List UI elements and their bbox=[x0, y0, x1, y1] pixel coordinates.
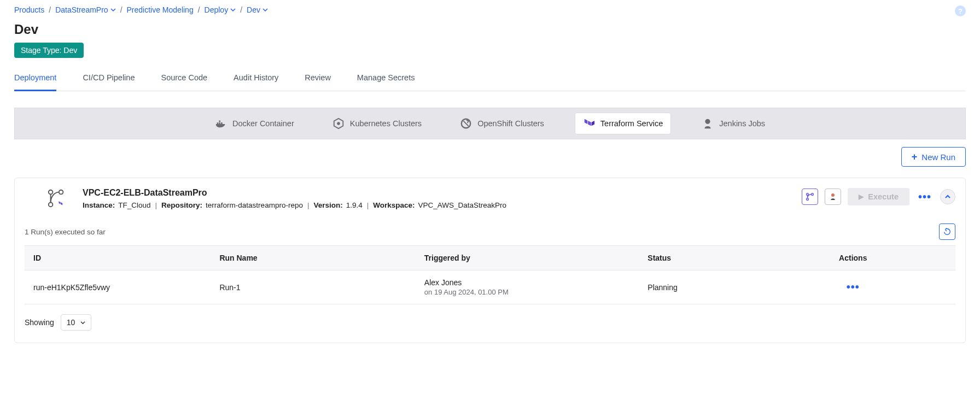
cell-status: Planning bbox=[639, 270, 750, 304]
service-title: VPC-EC2-ELB-DataStreamPro bbox=[83, 188, 506, 198]
svg-rect-3 bbox=[219, 121, 220, 122]
col-id: ID bbox=[25, 246, 211, 270]
runs-table: ID Run Name Triggered by Status Actions … bbox=[25, 245, 955, 304]
page-title: Dev bbox=[14, 22, 966, 37]
openshift-icon bbox=[460, 117, 472, 130]
chevron-down-icon bbox=[110, 7, 116, 13]
svg-point-12 bbox=[807, 198, 809, 201]
breadcrumb-predictive[interactable]: Predictive Modeling bbox=[127, 5, 194, 14]
tab-source[interactable]: Source Code bbox=[161, 68, 207, 91]
execute-button[interactable]: ▶ Execute bbox=[848, 188, 909, 205]
svg-point-13 bbox=[812, 193, 814, 196]
refresh-icon bbox=[943, 227, 952, 236]
svg-point-5 bbox=[337, 122, 340, 125]
col-name: Run Name bbox=[211, 246, 415, 270]
play-icon: ▶ bbox=[859, 193, 864, 201]
subtab-k8s-label: Kubernetes Clusters bbox=[350, 119, 422, 128]
breadcrumb-dev-label: Dev bbox=[247, 5, 260, 14]
svg-point-8 bbox=[49, 190, 53, 195]
refresh-button[interactable] bbox=[939, 223, 955, 240]
subtab-terraform-label: Terraform Service bbox=[600, 119, 663, 128]
service-meta: Instance: TF_Cloud | Repository: terrafo… bbox=[83, 201, 506, 209]
branch-chip-button[interactable] bbox=[802, 189, 818, 205]
triggered-by: Alex Jones bbox=[424, 278, 630, 287]
breadcrumb-sep: / bbox=[49, 5, 51, 14]
col-actions: Actions bbox=[751, 246, 955, 270]
subtab-k8s[interactable]: Kubernetes Clusters bbox=[325, 113, 429, 134]
chevron-down-icon bbox=[262, 7, 268, 13]
svg-point-11 bbox=[807, 193, 809, 196]
new-run-label: New Run bbox=[921, 152, 955, 162]
page-size-value: 10 bbox=[67, 318, 75, 327]
tab-secrets[interactable]: Manage Secrets bbox=[357, 68, 415, 91]
help-icon[interactable]: ? bbox=[955, 5, 966, 16]
cell-name: Run-1 bbox=[211, 270, 415, 304]
breadcrumb-sep: / bbox=[198, 5, 200, 14]
breadcrumb-deploy-label: Deploy bbox=[205, 5, 229, 14]
plus-icon: + bbox=[912, 152, 918, 162]
jenkins-icon bbox=[702, 117, 714, 130]
triggered-on: on 19 Aug 2024, 01.00 PM bbox=[424, 288, 630, 296]
col-status: Status bbox=[639, 246, 750, 270]
subtab-jenkins[interactable]: Jenkins Jobs bbox=[694, 113, 773, 134]
breadcrumb-dev[interactable]: Dev bbox=[247, 5, 268, 14]
repo-value: terraform-datastreampro-repo bbox=[206, 201, 303, 209]
deployment-subtabs: Docker Container Kubernetes Clusters Ope… bbox=[14, 108, 966, 139]
terraform-service-card: VPC-EC2-ELB-DataStreamPro Instance: TF_C… bbox=[14, 178, 966, 343]
col-triggered: Triggered by bbox=[416, 246, 639, 270]
cell-id: run-eH1KpK5Zfle5vwy bbox=[25, 270, 211, 304]
stage-type-badge: Stage Type: Dev bbox=[14, 43, 84, 58]
branch-terraform-icon bbox=[46, 188, 67, 209]
repo-label: Repository: bbox=[161, 201, 202, 209]
workspace-value: VPC_AWS_DataStreakPro bbox=[418, 201, 507, 209]
subtab-jenkins-label: Jenkins Jobs bbox=[719, 119, 765, 128]
tab-audit[interactable]: Audit History bbox=[234, 68, 278, 91]
tab-cicd[interactable]: CI/CD Pipeline bbox=[83, 68, 135, 91]
subtab-docker[interactable]: Docker Container bbox=[207, 113, 302, 134]
jenkins-chip-button[interactable] bbox=[825, 189, 841, 205]
collapse-button[interactable] bbox=[940, 189, 955, 204]
subtab-openshift[interactable]: OpenShift Clusters bbox=[452, 113, 552, 134]
breadcrumb-products[interactable]: Products bbox=[14, 5, 44, 14]
card-more-actions[interactable]: ••• bbox=[916, 191, 934, 203]
instance-label: Instance: bbox=[83, 201, 115, 209]
workspace-label: Workspace: bbox=[373, 201, 415, 209]
instance-value: TF_Cloud bbox=[118, 201, 150, 209]
breadcrumb-sep: / bbox=[240, 5, 242, 14]
svg-rect-0 bbox=[217, 122, 219, 124]
runs-count: 1 Run(s) executed so far bbox=[25, 228, 106, 236]
svg-point-7 bbox=[705, 119, 710, 124]
chevron-down-icon bbox=[80, 320, 85, 325]
version-value: 1.9.4 bbox=[346, 201, 363, 209]
svg-point-10 bbox=[59, 190, 63, 195]
page-size-select[interactable]: 10 bbox=[61, 314, 92, 331]
svg-point-14 bbox=[831, 193, 835, 197]
main-tabs: Deployment CI/CD Pipeline Source Code Au… bbox=[14, 68, 966, 91]
showing-label: Showing bbox=[25, 318, 54, 327]
docker-icon bbox=[215, 117, 227, 130]
svg-rect-2 bbox=[221, 122, 223, 124]
breadcrumb-datastream-label: DataStreamPro bbox=[55, 5, 108, 14]
execute-label: Execute bbox=[868, 192, 899, 201]
chevron-up-icon bbox=[944, 193, 951, 200]
pagination: Showing 10 bbox=[25, 314, 955, 331]
row-more-actions[interactable]: ••• bbox=[847, 281, 860, 293]
breadcrumb-datastream[interactable]: DataStreamPro bbox=[55, 5, 115, 14]
terraform-icon bbox=[583, 117, 595, 130]
version-label: Version: bbox=[313, 201, 342, 209]
chevron-down-icon bbox=[230, 7, 236, 13]
subtab-docker-label: Docker Container bbox=[232, 119, 294, 128]
svg-point-9 bbox=[49, 203, 53, 207]
subtab-terraform[interactable]: Terraform Service bbox=[575, 113, 671, 134]
kubernetes-icon bbox=[332, 117, 345, 130]
svg-rect-1 bbox=[219, 122, 220, 124]
cell-triggered: Alex Jones on 19 Aug 2024, 01.00 PM bbox=[416, 270, 639, 304]
subtab-openshift-label: OpenShift Clusters bbox=[477, 119, 544, 128]
breadcrumb-sep: / bbox=[120, 5, 122, 14]
breadcrumb-deploy[interactable]: Deploy bbox=[205, 5, 236, 14]
breadcrumb: Products / DataStreamPro / Predictive Mo… bbox=[14, 5, 268, 14]
new-run-button[interactable]: + New Run bbox=[901, 147, 966, 167]
tab-deployment[interactable]: Deployment bbox=[14, 68, 56, 91]
tab-review[interactable]: Review bbox=[305, 68, 331, 91]
table-row: run-eH1KpK5Zfle5vwy Run-1 Alex Jones on … bbox=[25, 270, 955, 304]
